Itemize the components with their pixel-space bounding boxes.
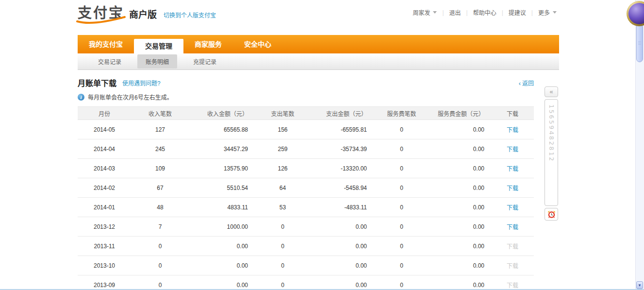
username-menu[interactable]: 周家发 [413, 8, 437, 17]
cell-month: 2014-02 [78, 178, 131, 198]
cell-expense-amount: 0.00 [311, 256, 374, 275]
notice-row: i 每月账单会在次月6号左右生成。 [78, 93, 534, 101]
cell-expense-amount: 0.00 [311, 237, 374, 256]
table-row: 2013-11 0 0.00 0 0.00 0 0.00 下载 [78, 237, 534, 256]
tab-merchant-services[interactable]: 商家服务 [183, 35, 233, 53]
cell-expense-amount: 0.00 [311, 275, 374, 290]
main-navbar: 我的支付宝 交易管理 商家服务 安全中心 [78, 35, 559, 53]
cell-month: 2013-10 [78, 256, 131, 275]
col-expense-amount: 支出金额（元） [311, 107, 374, 120]
cell-income-count: 245 [131, 139, 189, 159]
cell-income-count: 109 [131, 159, 189, 178]
cell-fee-amount: 0.00 [429, 139, 491, 159]
logo-merchant-edition-label: 商户版 [129, 9, 157, 21]
top-menu: 周家发 | 退出 | 帮助中心 | 提建议 | 更多 [413, 8, 557, 17]
logout-link[interactable]: 退出 [449, 8, 461, 17]
notice-text: 每月账单会在次月6号左右生成。 [88, 93, 173, 101]
cell-expense-count: 0 [255, 217, 311, 237]
cell-fee-amount: 0.00 [429, 198, 491, 217]
cell-expense-amount: -5458.94 [311, 178, 374, 198]
cell-fee-amount: 0.00 [429, 217, 491, 237]
scrollbar-down-arrow[interactable]: ▼ [636, 281, 643, 289]
cell-income-amount: 5510.54 [189, 178, 255, 198]
contact-phone-panel: 15659482812 [545, 99, 558, 206]
alarm-clock-button[interactable] [545, 208, 558, 221]
cell-expense-count: 259 [255, 139, 311, 159]
help-center-link[interactable]: 帮助中心 [473, 8, 496, 17]
tab-transaction-management[interactable]: 交易管理 [134, 39, 183, 54]
table-row: 2014-02 67 5510.54 64 -5458.94 0 0.00 下载 [78, 178, 534, 198]
download-link[interactable]: 下载 [507, 185, 518, 192]
cell-fee-count: 0 [374, 198, 429, 217]
alipay-logo: 支付宝 商户版 切换到个人版支付宝 [78, 5, 216, 21]
feedback-link[interactable]: 提建议 [509, 8, 526, 17]
cell-income-count: 0 [131, 256, 189, 275]
cell-fee-amount: 0.00 [429, 159, 491, 178]
col-income-amount: 收入金额（元） [189, 107, 255, 120]
subtab-deposit-withdraw-records[interactable]: 充提记录 [185, 54, 225, 68]
cell-month: 2014-04 [78, 139, 131, 159]
cell-income-amount: 34457.29 [189, 139, 255, 159]
cell-income-amount: 0.00 [189, 256, 255, 275]
cell-fee-amount: 0.00 [429, 237, 491, 256]
more-menu[interactable]: 更多 [538, 8, 557, 17]
more-label: 更多 [538, 8, 550, 17]
menu-divider: | [442, 9, 444, 16]
cell-fee-amount: 0.00 [429, 275, 491, 290]
orb-core [628, 3, 644, 24]
switch-to-personal-link[interactable]: 切换到个人版支付宝 [164, 10, 216, 21]
col-month: 月份 [78, 107, 131, 120]
browser-scrollbar[interactable]: ▼ [635, 0, 644, 290]
cell-expense-count: 0 [255, 237, 311, 256]
download-link[interactable]: 下载 [507, 166, 518, 172]
cell-expense-count: 64 [255, 178, 311, 198]
title-row: 月账单下载 使用遇到问题? ‹返回 [78, 77, 534, 88]
download-link[interactable]: 下载 [507, 127, 518, 134]
cell-fee-count: 0 [374, 178, 429, 198]
table-row: 2013-10 0 0.00 0 0.00 0 0.00 下载 [78, 256, 534, 275]
cell-fee-count: 0 [374, 217, 429, 237]
usage-problem-link[interactable]: 使用遇到问题? [122, 79, 161, 87]
col-income-count: 收入笔数 [131, 107, 189, 120]
subtab-transaction-records[interactable]: 交易记录 [90, 54, 130, 68]
cell-expense-amount: -65595.81 [311, 120, 374, 139]
table-row: 2014-03 109 13575.90 126 -13320.00 0 0.0… [78, 159, 534, 178]
table-row: 2014-04 245 34457.29 259 -35734.39 0 0.0… [78, 139, 534, 159]
cell-income-count: 67 [131, 178, 189, 198]
page-title: 月账单下载 [78, 77, 116, 88]
cell-fee-count: 0 [374, 256, 429, 275]
scrollbar-thumb[interactable] [636, 23, 643, 62]
col-download: 下载 [491, 107, 534, 120]
cell-income-count: 48 [131, 198, 189, 217]
cell-income-count: 7 [131, 217, 189, 237]
subtab-account-details[interactable]: 账务明细 [137, 54, 177, 68]
cell-income-amount: 65565.88 [189, 120, 255, 139]
collapse-widget-button[interactable]: « [545, 86, 558, 97]
cell-month: 2014-03 [78, 159, 131, 178]
download-link[interactable]: 下载 [507, 205, 518, 211]
download-link[interactable]: 下载 [507, 146, 518, 153]
cell-expense-count: 0 [255, 275, 311, 290]
table-row: 2013-12 7 1000.00 0 0.00 0 0.00 下载 [78, 217, 534, 237]
cell-income-amount: 0.00 [189, 237, 255, 256]
back-label: 返回 [522, 80, 534, 87]
tab-my-alipay[interactable]: 我的支付宝 [78, 35, 134, 53]
cell-income-amount: 1000.00 [189, 217, 255, 237]
sub-navbar: 交易记录 账务明细 充提记录 [78, 53, 559, 70]
floating-contact-widget: « 15659482812 [545, 86, 558, 221]
cell-month: 2013-12 [78, 217, 131, 237]
tab-security-center[interactable]: 安全中心 [233, 35, 282, 53]
cell-income-amount: 4833.11 [189, 198, 255, 217]
back-link[interactable]: ‹返回 [519, 79, 534, 87]
cell-expense-amount: -13320.00 [311, 159, 374, 178]
contact-phone-number: 15659482812 [548, 104, 555, 205]
cell-expense-count: 0 [255, 256, 311, 275]
back-arrow-icon: ‹ [519, 80, 521, 87]
download-link[interactable]: 下载 [507, 224, 518, 231]
download-link: 下载 [507, 243, 518, 250]
menu-divider: | [502, 9, 503, 16]
download-link: 下载 [507, 263, 518, 270]
cell-fee-count: 0 [374, 159, 429, 178]
cell-month: 2013-09 [78, 275, 131, 290]
logo-swoosh-icon [76, 16, 127, 24]
